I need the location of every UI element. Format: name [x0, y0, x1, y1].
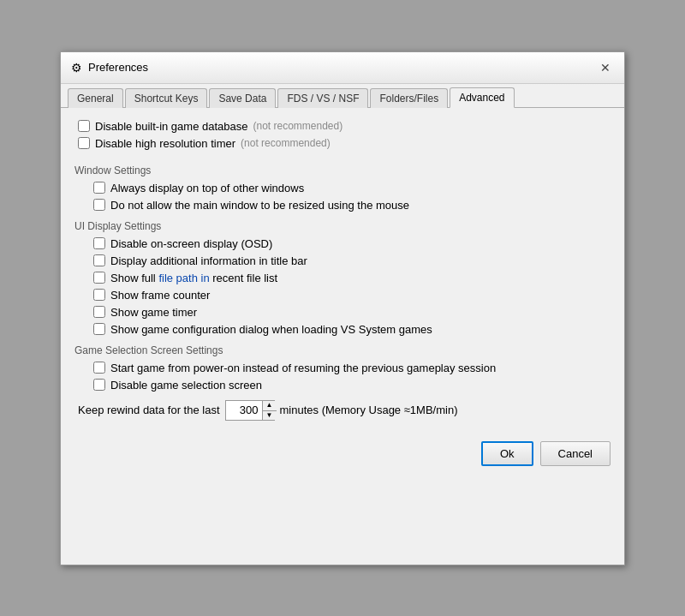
ui-display-settings-section: UI Display Settings Disable on-screen di…: [74, 220, 611, 336]
window-settings-section: Window Settings Always display on top of…: [74, 164, 611, 212]
spinner-buttons: ▲ ▼: [262, 401, 277, 420]
checkbox-always-top[interactable]: [93, 182, 105, 194]
label-disable-selection: Disable game selection screen: [110, 379, 262, 392]
checkbox-full-path[interactable]: [93, 272, 105, 284]
rewind-row: Keep rewind data for the last ▲ ▼ minute…: [74, 400, 611, 421]
spinner-up-button[interactable]: ▲: [263, 401, 277, 410]
preferences-dialog: ⚙ Preferences ✕ General Shortcut Keys Sa…: [60, 51, 625, 565]
checkbox-row-disable-db: Disable built-in game database (not reco…: [74, 120, 611, 133]
checkbox-game-timer[interactable]: [93, 306, 105, 318]
window-settings-title: Window Settings: [74, 164, 611, 176]
checkbox-disable-db[interactable]: [78, 120, 90, 132]
checkbox-row-disable-osd: Disable on-screen display (OSD): [74, 237, 611, 250]
checkbox-row-additional-info: Display additional information in title …: [74, 254, 611, 267]
footer: Ok Cancel: [61, 433, 624, 478]
label-no-resize: Do not allow the main window to be resiz…: [110, 199, 409, 212]
game-selection-title: Game Selection Screen Settings: [74, 344, 611, 356]
ui-display-settings-title: UI Display Settings: [74, 220, 611, 232]
tab-shortcut-keys[interactable]: Shortcut Keys: [125, 88, 208, 108]
checkbox-row-vs-dialog: Show game configuration dialog when load…: [74, 323, 611, 336]
checkbox-row-full-path: Show full file path in recent file list: [74, 272, 611, 284]
game-selection-section: Game Selection Screen Settings Start gam…: [74, 344, 611, 392]
tab-bar: General Shortcut Keys Save Data FDS / VS…: [61, 84, 624, 108]
tab-fds-vs-nsf[interactable]: FDS / VS / NSF: [277, 88, 368, 108]
cancel-button[interactable]: Cancel: [540, 441, 611, 466]
checkbox-disable-osd[interactable]: [93, 237, 105, 249]
label-vs-dialog: Show game configuration dialog when load…: [110, 323, 432, 336]
tab-general[interactable]: General: [68, 88, 123, 108]
spinner-down-button[interactable]: ▼: [263, 410, 277, 420]
label-always-top: Always display on top of other windows: [110, 182, 304, 194]
label-full-path: Show full file path in recent file list: [110, 272, 277, 284]
title-bar: ⚙ Preferences ✕: [61, 52, 624, 84]
label-additional-info: Display additional information in title …: [110, 254, 307, 267]
checkbox-row-no-resize: Do not allow the main window to be resiz…: [74, 199, 611, 212]
note-disable-db: (not recommended): [253, 120, 343, 132]
checkbox-row-power-on: Start game from power-on instead of resu…: [74, 362, 611, 374]
checkbox-no-resize[interactable]: [93, 199, 105, 211]
label-disable-osd: Disable on-screen display (OSD): [110, 237, 272, 250]
checkbox-row-always-top: Always display on top of other windows: [74, 182, 611, 194]
checkbox-disable-selection[interactable]: [93, 379, 105, 391]
checkbox-disable-timer[interactable]: [78, 137, 90, 149]
tab-advanced[interactable]: Advanced: [450, 87, 514, 108]
note-disable-timer: (not recommended): [241, 137, 331, 149]
ok-button[interactable]: Ok: [481, 441, 533, 466]
label-power-on: Start game from power-on instead of resu…: [110, 362, 496, 374]
close-button[interactable]: ✕: [595, 57, 616, 78]
label-frame-counter: Show frame counter: [110, 289, 210, 302]
checkbox-vs-dialog[interactable]: [93, 323, 105, 335]
label-disable-db: Disable built-in game database: [95, 120, 248, 133]
rewind-suffix: minutes (Memory Usage ≈1MB/min): [280, 404, 458, 416]
checkbox-frame-counter[interactable]: [93, 289, 105, 301]
checkbox-row-disable-selection: Disable game selection screen: [74, 379, 611, 392]
dialog-title: Preferences: [88, 61, 148, 74]
checkbox-additional-info[interactable]: [93, 254, 105, 266]
preferences-icon: ⚙: [69, 61, 83, 75]
rewind-value-input[interactable]: [226, 401, 262, 420]
tab-save-data[interactable]: Save Data: [209, 88, 276, 108]
label-game-timer: Show game timer: [110, 306, 197, 319]
checkbox-row-game-timer: Show game timer: [74, 306, 611, 319]
tab-folders-files[interactable]: Folders/Files: [370, 88, 448, 108]
label-disable-timer: Disable high resolution timer: [95, 137, 235, 150]
rewind-prefix: Keep rewind data for the last: [78, 404, 220, 416]
rewind-spinner[interactable]: ▲ ▼: [225, 400, 275, 421]
checkbox-power-on[interactable]: [93, 362, 105, 374]
label-blue-filepath: file path in: [158, 272, 209, 284]
content-area: Disable built-in game database (not reco…: [61, 108, 624, 433]
title-bar-left: ⚙ Preferences: [69, 61, 148, 75]
checkbox-row-frame-counter: Show frame counter: [74, 289, 611, 302]
checkbox-row-disable-timer: Disable high resolution timer (not recom…: [74, 137, 611, 150]
